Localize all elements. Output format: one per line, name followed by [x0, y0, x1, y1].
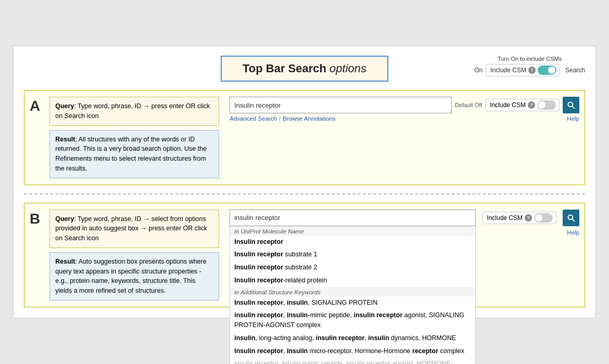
dropdown-item[interactable]: Insulin receptor substrate 2	[230, 261, 475, 274]
page-title: Top Bar Search options	[243, 62, 366, 75]
section-a-toggle[interactable]	[537, 100, 556, 110]
section-b-csm-help-icon[interactable]: ?	[525, 214, 532, 222]
section-b-row: B Query: Type word, phrase, ID → select …	[24, 203, 585, 307]
section-a-csm-pill[interactable]: Include CSM ?	[485, 99, 560, 111]
search-annotation-label: Search	[565, 67, 585, 74]
csm-top-pill[interactable]: Include CSM ?	[486, 64, 560, 76]
dropdown-item[interactable]: Insulin receptor	[230, 236, 475, 249]
dropdown-item[interactable]: Insulin receptor-related protein	[230, 274, 475, 287]
section-b-autocomplete: in UniProt Molecule Name Insulin recepto…	[230, 226, 476, 364]
section-b-search-button[interactable]	[563, 210, 579, 226]
csm-top-toggle-track[interactable]	[538, 66, 556, 75]
on-label: On	[474, 67, 483, 74]
section-a-default-off: Default Off	[455, 102, 482, 108]
turn-on-label: Turn On to include CSMs	[474, 56, 585, 62]
section-a-info: Query: Type word, phrase, ID → press ent…	[47, 90, 224, 185]
section-b-toggle[interactable]	[534, 213, 553, 223]
section-b-result-box: Result: Auto suggestion box presents opt…	[49, 252, 219, 301]
section-b-letter: B	[24, 203, 47, 307]
svg-line-3	[572, 219, 574, 221]
section-b-search-input[interactable]	[230, 210, 476, 226]
dropdown-item[interactable]: Insulin receptor, insulin, SIGNALING PRO…	[230, 296, 475, 309]
csm-top-row: On Include CSM ? Search	[474, 64, 585, 76]
section-a-row: A Query: Type word, phrase, ID → press e…	[24, 90, 585, 185]
section-b-toggle-thumb	[535, 214, 542, 222]
section-a-links-row: Advanced Search | Browse Annotations Hel…	[230, 115, 579, 122]
section-a-search-icon	[567, 101, 575, 109]
section-divider	[24, 193, 585, 194]
section-a-result-box: Result: All structures with any of the w…	[49, 130, 219, 178]
section-a-search-input[interactable]	[234, 101, 447, 109]
section-a-search-button[interactable]	[563, 97, 579, 113]
dropdown-item-greyed[interactable]: insulin receptor, insulin-mimic peptide,…	[230, 357, 475, 364]
dropdown-item[interactable]: insulin, long-acting analog, insulin rec…	[230, 332, 475, 345]
browse-annotations-link[interactable]: Browse Annotations	[283, 115, 336, 122]
dropdown-section2-header: in Additional Structure Keywords	[230, 287, 475, 296]
csm-top-help-icon[interactable]: ?	[528, 67, 536, 74]
section-b-info: Query: Type word, phrase, ID → select fr…	[47, 203, 224, 307]
section-a-search-links: Advanced Search | Browse Annotations	[230, 115, 335, 122]
section-a-query-box: Query: Type word, phrase, ID → press ent…	[49, 97, 219, 126]
title-box: Top Bar Search options	[221, 56, 388, 82]
advanced-search-link[interactable]: Advanced Search	[230, 115, 277, 122]
section-a-search: Default Off Include CSM ?	[224, 90, 585, 185]
section-a-csm-help-icon[interactable]: ?	[528, 101, 535, 109]
section-b-help-link[interactable]: Help	[567, 229, 579, 236]
main-container: Top Bar Search options Turn On to includ…	[13, 46, 596, 318]
dropdown-item[interactable]: Insulin receptor substrate 1	[230, 248, 475, 261]
section-b-query-box: Query: Type word, phrase, ID → select fr…	[49, 210, 219, 248]
section-b-toggle-track[interactable]	[534, 213, 553, 223]
section-a-search-bar: Default Off Include CSM ?	[230, 97, 579, 113]
csm-top-toggle-thumb	[548, 67, 555, 74]
section-a-search-wrapper[interactable]	[230, 97, 452, 113]
section-b-search-icon	[567, 214, 575, 222]
section-b-search-bar: in UniProt Molecule Name Insulin recepto…	[230, 210, 579, 226]
title-section: Top Bar Search options Turn On to includ…	[24, 56, 585, 82]
csm-top-right: Turn On to include CSMs On Include CSM ?…	[474, 56, 585, 76]
section-b-search: in UniProt Molecule Name Insulin recepto…	[224, 203, 585, 307]
dropdown-section1-header: in UniProt Molecule Name	[230, 226, 475, 236]
section-a-toggle-thumb	[538, 101, 545, 109]
section-b-dropdown-wrapper: in UniProt Molecule Name Insulin recepto…	[230, 210, 476, 226]
section-a-toggle-track[interactable]	[537, 100, 556, 110]
svg-line-1	[572, 107, 574, 109]
csm-top-toggle[interactable]	[538, 66, 556, 75]
section-a-help-link[interactable]: Help	[567, 115, 579, 122]
section-b-csm-pill[interactable]: Include CSM ?	[482, 212, 556, 224]
dropdown-item[interactable]: Insulin receptor, Insulin micro-receptor…	[230, 345, 475, 358]
section-a-letter: A	[24, 90, 47, 185]
dropdown-item[interactable]: insulin receptor, insulin-mimic peptide,…	[230, 309, 475, 332]
